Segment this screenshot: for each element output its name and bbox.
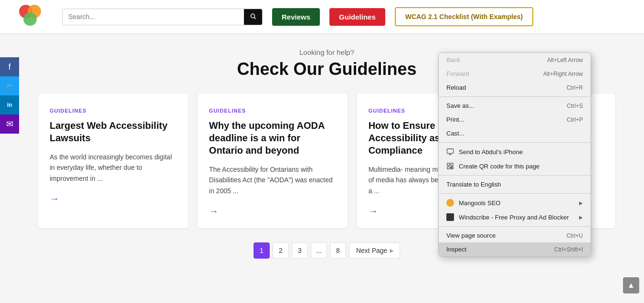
- card-3-arrow[interactable]: →: [369, 206, 378, 216]
- ctx-reload[interactable]: Reload Ctrl+R: [439, 81, 591, 94]
- linkedin-icon: in: [7, 102, 12, 108]
- monitor-icon: [446, 148, 454, 156]
- card-1-title: Largest Web Accessibility Lawsuits: [50, 119, 177, 144]
- search-input[interactable]: [63, 9, 244, 25]
- svg-rect-9: [453, 167, 453, 167]
- logo-green-circle: [23, 12, 37, 26]
- ctx-windscribe[interactable]: Windscribe - Free Proxy and Ad Blocker ▶: [439, 210, 591, 224]
- scroll-top-button[interactable]: ▲: [623, 277, 639, 282]
- ctx-view-source[interactable]: View page source Ctrl+U: [439, 229, 591, 242]
- next-page-button[interactable]: Next Page »: [349, 242, 400, 259]
- card-1-arrow[interactable]: →: [50, 193, 59, 204]
- card-1-excerpt: As the world increasingly becomes digita…: [50, 152, 177, 184]
- facebook-icon: f: [8, 62, 11, 72]
- ctx-mangools[interactable]: Mangools SEO ▶: [439, 196, 591, 210]
- context-menu: Back Alt+Left Arrow Forward Alt+Right Ar…: [438, 52, 591, 257]
- search-bar: [62, 9, 263, 25]
- qr-icon: [446, 162, 454, 170]
- ctx-save-as-shortcut: Ctrl+S: [567, 103, 583, 109]
- ctx-forward-shortcut: Alt+Right Arrow: [543, 71, 583, 77]
- card-2-tag: GUIDELINES: [209, 108, 336, 114]
- ctx-send-to-iphone[interactable]: Send to Abdul's iPhone: [439, 145, 591, 159]
- ctx-forward-label: Forward: [446, 70, 469, 77]
- ctx-inspect[interactable]: Inspect Ctrl+Shift+I: [439, 242, 591, 256]
- page-3-button[interactable]: 3: [292, 242, 308, 259]
- ctx-divider-1: [439, 96, 591, 97]
- ctx-print-label: Print...: [446, 116, 465, 123]
- ctx-divider-4: [439, 193, 591, 194]
- windscribe-icon: [446, 213, 454, 221]
- wcag-button[interactable]: WCAG 2.1 Checklist (With Examples): [395, 7, 533, 26]
- page-1-button[interactable]: 1: [253, 242, 270, 259]
- svg-rect-2: [447, 149, 453, 153]
- email-icon: ✉: [6, 119, 13, 129]
- svg-line-1: [254, 17, 256, 19]
- ctx-inspect-shortcut: Ctrl+Shift+I: [554, 246, 583, 253]
- ctx-send-to-left: Send to Abdul's iPhone: [446, 148, 523, 156]
- ctx-send-to-iphone-label: Send to Abdul's iPhone: [459, 148, 523, 156]
- page-8-button[interactable]: 8: [330, 242, 346, 259]
- ctx-reload-shortcut: Ctrl+R: [567, 84, 583, 91]
- email-button[interactable]: ✉: [0, 115, 19, 134]
- ctx-save-as[interactable]: Save as... Ctrl+S: [439, 99, 591, 113]
- svg-rect-5: [447, 163, 450, 166]
- reviews-button[interactable]: Reviews: [272, 8, 320, 26]
- ctx-windscribe-arrow: ▶: [579, 215, 583, 220]
- ctx-translate[interactable]: Translate to English: [439, 178, 591, 191]
- ctx-print[interactable]: Print... Ctrl+P: [439, 113, 591, 126]
- ctx-view-source-label: View page source: [446, 232, 496, 239]
- ctx-view-source-shortcut: Ctrl+U: [567, 232, 583, 239]
- card-2-excerpt: The Accessibility for Ontarians with Dis…: [209, 164, 336, 196]
- svg-rect-7: [447, 167, 450, 169]
- ctx-reload-label: Reload: [446, 84, 466, 91]
- social-sidebar: f 🐦 in ✉: [0, 57, 19, 134]
- ctx-windscribe-left: Windscribe - Free Proxy and Ad Blocker: [446, 213, 569, 221]
- ctx-back-shortcut: Alt+Left Arrow: [547, 57, 583, 63]
- ctx-divider-2: [439, 142, 591, 143]
- svg-rect-10: [451, 168, 451, 169]
- card-2: GUIDELINES Why the upcoming AODA deadlin…: [198, 94, 348, 228]
- ctx-cast-label: Cast...: [446, 130, 465, 137]
- ctx-translate-label: Translate to English: [446, 181, 501, 188]
- search-button[interactable]: [244, 9, 262, 25]
- guidelines-button[interactable]: Guidelines: [329, 8, 385, 26]
- ctx-cast[interactable]: Cast...: [439, 126, 591, 140]
- ctx-windscribe-label: Windscribe - Free Proxy and Ad Blocker: [459, 214, 569, 221]
- linkedin-button[interactable]: in: [0, 95, 19, 115]
- page-2-button[interactable]: 2: [273, 242, 289, 259]
- ctx-divider-5: [439, 226, 591, 227]
- page-ellipsis: ...: [311, 242, 327, 259]
- ctx-inspect-label: Inspect: [446, 246, 466, 253]
- ctx-back-label: Back: [446, 56, 460, 63]
- header: Reviews Guidelines WCAG 2.1 Checklist (W…: [0, 0, 644, 34]
- ctx-qr-code[interactable]: Create QR code for this page: [439, 159, 591, 173]
- ctx-divider-3: [439, 175, 591, 176]
- card-1: GUIDELINES Largest Web Accessibility Law…: [38, 94, 188, 228]
- ctx-back[interactable]: Back Alt+Left Arrow: [439, 53, 591, 67]
- mangools-icon: [446, 199, 454, 207]
- ctx-mangools-arrow: ▶: [579, 200, 583, 206]
- card-2-arrow[interactable]: →: [209, 206, 219, 216]
- svg-rect-11: [453, 168, 453, 169]
- card-2-title: Why the upcoming AODA deadline is a win …: [209, 119, 336, 157]
- card-1-tag: GUIDELINES: [50, 108, 177, 114]
- ctx-mangools-label: Mangools SEO: [459, 199, 500, 207]
- svg-point-0: [251, 14, 254, 18]
- ctx-qr-left: Create QR code for this page: [446, 162, 539, 170]
- ctx-forward[interactable]: Forward Alt+Right Arrow: [439, 67, 591, 81]
- twitter-icon: 🐦: [6, 82, 14, 90]
- ctx-print-shortcut: Ctrl+P: [567, 116, 583, 123]
- svg-rect-8: [451, 167, 452, 167]
- logo: [19, 5, 53, 29]
- svg-rect-6: [451, 163, 453, 166]
- facebook-button[interactable]: f: [0, 57, 19, 76]
- twitter-button[interactable]: 🐦: [0, 76, 19, 95]
- ctx-mangools-left: Mangools SEO: [446, 199, 500, 207]
- ctx-qr-code-label: Create QR code for this page: [459, 163, 539, 170]
- ctx-save-as-label: Save as...: [446, 102, 474, 109]
